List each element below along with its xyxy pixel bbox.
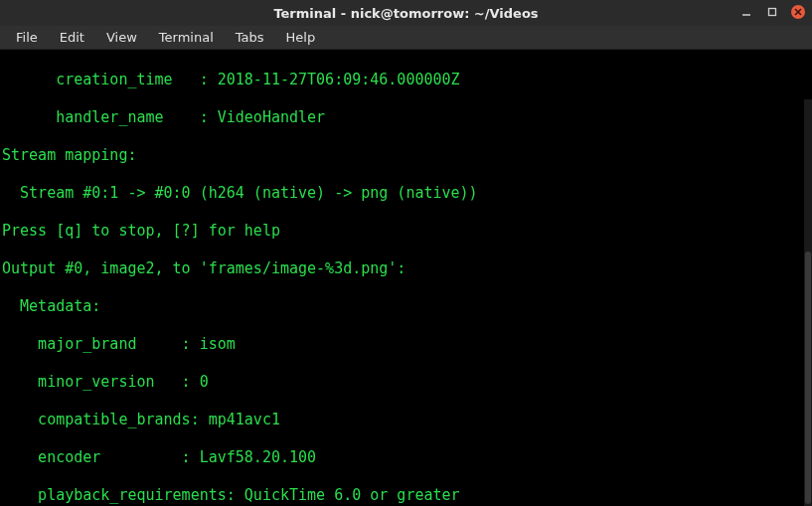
output-line: Press [q] to stop, [?] for help bbox=[2, 222, 812, 241]
close-button[interactable] bbox=[790, 4, 806, 20]
menu-help[interactable]: Help bbox=[276, 28, 326, 47]
minimize-button[interactable] bbox=[738, 4, 754, 20]
output-line: creation_time : 2018-11-27T06:09:46.0000… bbox=[2, 71, 812, 89]
menu-view[interactable]: View bbox=[96, 28, 147, 47]
output-line: encoder : Lavf58.20.100 bbox=[2, 448, 812, 467]
menu-edit[interactable]: Edit bbox=[50, 28, 94, 47]
maximize-button[interactable] bbox=[764, 4, 780, 20]
titlebar: Terminal - nick@tomorrow: ~/Videos bbox=[0, 0, 812, 26]
output-line: compatible_brands: mp41avc1 bbox=[2, 411, 812, 429]
terminal-output[interactable]: creation_time : 2018-11-27T06:09:46.0000… bbox=[0, 50, 812, 506]
menu-file[interactable]: File bbox=[6, 28, 48, 47]
svg-rect-1 bbox=[769, 9, 776, 16]
output-line: Metadata: bbox=[2, 297, 812, 316]
window-title: Terminal - nick@tomorrow: ~/Videos bbox=[273, 6, 538, 21]
scrollbar-thumb[interactable] bbox=[805, 252, 811, 504]
output-line: Output #0, image2, to 'frames/image-%3d.… bbox=[2, 259, 812, 278]
window-controls bbox=[738, 4, 806, 20]
output-line: major_brand : isom bbox=[2, 335, 812, 354]
menu-terminal[interactable]: Terminal bbox=[149, 28, 224, 47]
scrollbar[interactable] bbox=[804, 99, 812, 506]
output-line: Stream #0:1 -> #0:0 (h264 (native) -> pn… bbox=[2, 184, 812, 203]
output-line: handler_name : VideoHandler bbox=[2, 108, 812, 127]
output-line: playback_requirements: QuickTime 6.0 or … bbox=[2, 486, 812, 505]
output-line: Stream mapping: bbox=[2, 146, 812, 165]
menu-tabs[interactable]: Tabs bbox=[226, 28, 274, 47]
output-line: minor_version : 0 bbox=[2, 373, 812, 392]
menubar: File Edit View Terminal Tabs Help bbox=[0, 26, 812, 50]
